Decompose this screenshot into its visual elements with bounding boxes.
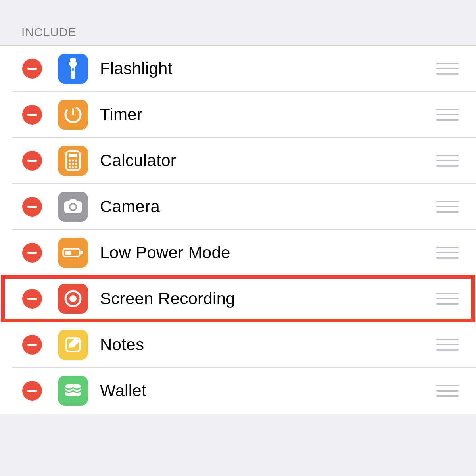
svg-point-8 bbox=[75, 159, 77, 161]
drag-handle-icon[interactable] bbox=[436, 383, 459, 399]
row-label: Camera bbox=[100, 197, 436, 216]
screen-recording-icon bbox=[58, 284, 88, 314]
svg-point-10 bbox=[72, 163, 74, 165]
svg-point-12 bbox=[69, 166, 71, 168]
svg-point-13 bbox=[72, 166, 74, 168]
list-item-timer[interactable]: Timer bbox=[0, 92, 476, 138]
drag-handle-icon[interactable] bbox=[436, 245, 459, 261]
drag-handle-icon[interactable] bbox=[436, 199, 459, 215]
drag-handle-icon[interactable] bbox=[436, 153, 459, 169]
drag-handle-icon[interactable] bbox=[436, 107, 459, 123]
row-label: Flashlight bbox=[100, 59, 436, 78]
svg-rect-17 bbox=[65, 251, 71, 255]
list-item-wallet[interactable]: Wallet bbox=[0, 368, 476, 414]
list-item-calculator[interactable]: Calculator bbox=[0, 138, 476, 184]
remove-button[interactable] bbox=[22, 381, 42, 401]
svg-point-7 bbox=[72, 159, 74, 161]
svg-point-20 bbox=[69, 295, 77, 302]
svg-rect-5 bbox=[69, 154, 77, 157]
drag-handle-icon[interactable] bbox=[436, 291, 459, 307]
notes-icon bbox=[58, 330, 88, 360]
camera-icon bbox=[58, 192, 88, 222]
list-item-screen-recording[interactable]: Screen Recording bbox=[0, 276, 476, 322]
remove-button[interactable] bbox=[22, 151, 42, 171]
list-item-low-power-mode[interactable]: Low Power Mode bbox=[0, 230, 476, 276]
row-label: Screen Recording bbox=[100, 289, 436, 308]
row-label: Low Power Mode bbox=[100, 243, 436, 262]
remove-button[interactable] bbox=[22, 335, 42, 355]
include-list: Flashlight Timer Calculator bbox=[0, 45, 476, 414]
drag-handle-icon[interactable] bbox=[436, 337, 459, 353]
wallet-icon bbox=[58, 376, 88, 406]
remove-button[interactable] bbox=[22, 59, 42, 79]
section-header-include: INCLUDE bbox=[0, 0, 476, 45]
list-item-notes[interactable]: Notes bbox=[0, 322, 476, 368]
row-label: Wallet bbox=[100, 381, 436, 400]
svg-point-1 bbox=[72, 68, 74, 71]
svg-point-6 bbox=[69, 159, 71, 161]
list-item-camera[interactable]: Camera bbox=[0, 184, 476, 230]
remove-button[interactable] bbox=[22, 289, 42, 309]
svg-point-9 bbox=[69, 163, 71, 165]
svg-rect-0 bbox=[70, 58, 76, 62]
row-label: Timer bbox=[100, 105, 436, 124]
remove-button[interactable] bbox=[22, 197, 42, 217]
remove-button[interactable] bbox=[22, 105, 42, 125]
svg-point-14 bbox=[75, 166, 77, 168]
timer-icon bbox=[58, 100, 88, 130]
svg-rect-18 bbox=[81, 251, 83, 254]
battery-icon bbox=[58, 238, 88, 268]
remove-button[interactable] bbox=[22, 243, 42, 263]
row-label: Notes bbox=[100, 335, 436, 354]
flashlight-icon bbox=[58, 54, 88, 84]
drag-handle-icon[interactable] bbox=[436, 61, 459, 77]
list-item-flashlight[interactable]: Flashlight bbox=[0, 46, 476, 92]
row-label: Calculator bbox=[100, 151, 436, 170]
calculator-icon bbox=[58, 146, 88, 176]
svg-point-11 bbox=[75, 163, 77, 165]
